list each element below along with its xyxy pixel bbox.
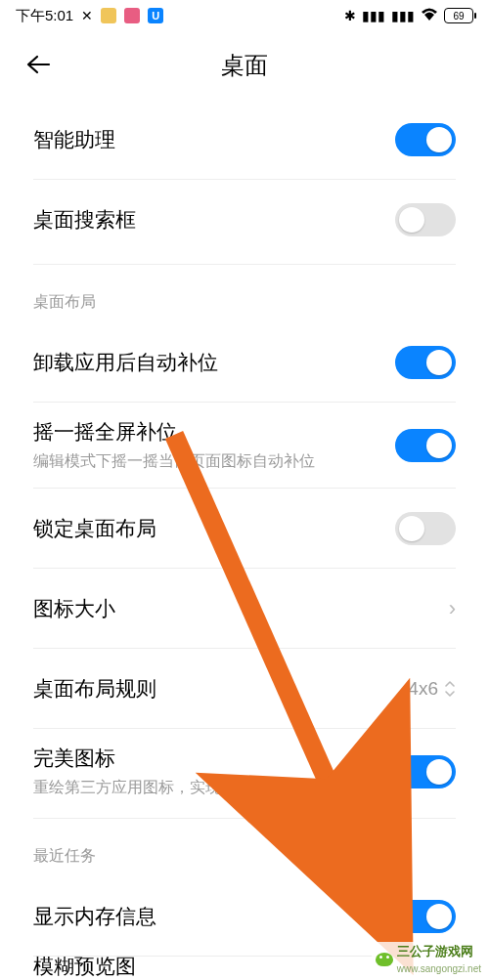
watermark: 三公子游戏网 www.sangongzi.net	[372, 942, 485, 976]
row-smart-assistant[interactable]: 智能助理	[33, 100, 456, 180]
row-perfect-icon[interactable]: 完美图标 重绘第三方应用图标，实现完美动画	[33, 729, 456, 814]
toggle-desktop-search[interactable]	[395, 203, 456, 236]
label-shake-fill: 摇一摇全屏补位	[33, 418, 315, 446]
label-perfect-icon: 完美图标	[33, 745, 284, 772]
app-indicator-yellow	[101, 8, 116, 23]
toggle-lock-layout[interactable]	[395, 512, 456, 545]
value-grid-rule: 4x6	[408, 678, 456, 700]
toggle-smart-assistant[interactable]	[395, 123, 456, 156]
sub-shake-fill: 编辑模式下摇一摇当前页面图标自动补位	[33, 451, 315, 472]
mute-icon: ✕	[81, 9, 93, 22]
row-shake-fill[interactable]: 摇一摇全屏补位 编辑模式下摇一摇当前页面图标自动补位	[33, 403, 456, 489]
status-bar: 下午5:01 ✕ U ✱ ▮▮▮ ▮▮▮ 69	[0, 0, 489, 31]
toggle-auto-fill[interactable]	[395, 346, 456, 379]
watermark-logo-icon	[376, 953, 393, 966]
label-lock-layout: 锁定桌面布局	[33, 515, 156, 542]
label-icon-size: 图标大小	[33, 595, 115, 622]
page-header: 桌面	[0, 31, 489, 100]
wifi-icon	[421, 8, 438, 23]
cutoff-row-label: 模糊预览图	[33, 953, 136, 980]
label-auto-fill: 卸载应用后自动补位	[33, 349, 218, 376]
toggle-shake-fill[interactable]	[395, 429, 456, 462]
toggle-perfect-icon[interactable]	[395, 755, 456, 788]
toggle-show-memory[interactable]	[395, 900, 456, 933]
back-button[interactable]	[20, 47, 57, 84]
label-smart-assistant: 智能助理	[33, 126, 115, 153]
battery-indicator: 69	[444, 8, 473, 23]
label-grid-rule: 桌面布局规则	[33, 675, 156, 703]
label-show-memory: 显示内存信息	[33, 903, 156, 930]
signal-icon-1: ▮▮▮	[362, 9, 385, 22]
row-lock-layout[interactable]: 锁定桌面布局	[33, 489, 456, 569]
status-time: 下午5:01	[16, 7, 73, 25]
label-desktop-search: 桌面搜索框	[33, 206, 136, 234]
row-desktop-search[interactable]: 桌面搜索框	[33, 180, 456, 260]
row-grid-rule[interactable]: 桌面布局规则 4x6	[33, 649, 456, 729]
section-recent-title: 最近任务	[33, 819, 456, 876]
chevron-right-icon: ›	[449, 596, 456, 621]
bluetooth-icon: ✱	[344, 9, 356, 22]
app-indicator-pink	[124, 8, 140, 23]
page-title: 桌面	[0, 50, 489, 81]
section-layout-title: 桌面布局	[33, 265, 456, 322]
sub-perfect-icon: 重绘第三方应用图标，实现完美动画	[33, 778, 284, 798]
app-indicator-blue: U	[148, 8, 163, 23]
row-auto-fill[interactable]: 卸载应用后自动补位	[33, 322, 456, 403]
signal-icon-2: ▮▮▮	[391, 9, 415, 22]
row-icon-size[interactable]: 图标大小 ›	[33, 569, 456, 649]
